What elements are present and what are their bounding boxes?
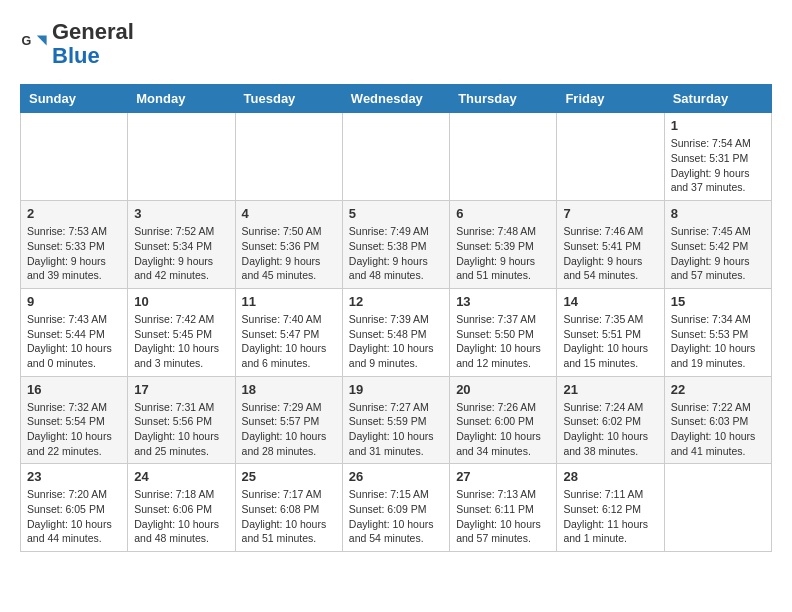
day-number: 11 (242, 294, 336, 309)
day-info: Sunrise: 7:37 AM Sunset: 5:50 PM Dayligh… (456, 312, 550, 371)
column-header-tuesday: Tuesday (235, 85, 342, 113)
day-info: Sunrise: 7:52 AM Sunset: 5:34 PM Dayligh… (134, 224, 228, 283)
day-info: Sunrise: 7:50 AM Sunset: 5:36 PM Dayligh… (242, 224, 336, 283)
day-info: Sunrise: 7:40 AM Sunset: 5:47 PM Dayligh… (242, 312, 336, 371)
calendar-cell: 18Sunrise: 7:29 AM Sunset: 5:57 PM Dayli… (235, 376, 342, 464)
calendar-cell: 11Sunrise: 7:40 AM Sunset: 5:47 PM Dayli… (235, 288, 342, 376)
calendar-cell: 26Sunrise: 7:15 AM Sunset: 6:09 PM Dayli… (342, 464, 449, 552)
calendar-cell: 22Sunrise: 7:22 AM Sunset: 6:03 PM Dayli… (664, 376, 771, 464)
day-number: 28 (563, 469, 657, 484)
day-info: Sunrise: 7:39 AM Sunset: 5:48 PM Dayligh… (349, 312, 443, 371)
calendar-cell: 24Sunrise: 7:18 AM Sunset: 6:06 PM Dayli… (128, 464, 235, 552)
day-number: 18 (242, 382, 336, 397)
day-info: Sunrise: 7:45 AM Sunset: 5:42 PM Dayligh… (671, 224, 765, 283)
day-number: 25 (242, 469, 336, 484)
day-number: 4 (242, 206, 336, 221)
day-number: 21 (563, 382, 657, 397)
day-number: 8 (671, 206, 765, 221)
calendar-week-4: 16Sunrise: 7:32 AM Sunset: 5:54 PM Dayli… (21, 376, 772, 464)
day-number: 3 (134, 206, 228, 221)
calendar-cell: 14Sunrise: 7:35 AM Sunset: 5:51 PM Dayli… (557, 288, 664, 376)
day-number: 6 (456, 206, 550, 221)
day-number: 10 (134, 294, 228, 309)
day-info: Sunrise: 7:32 AM Sunset: 5:54 PM Dayligh… (27, 400, 121, 459)
day-info: Sunrise: 7:15 AM Sunset: 6:09 PM Dayligh… (349, 487, 443, 546)
calendar-cell: 12Sunrise: 7:39 AM Sunset: 5:48 PM Dayli… (342, 288, 449, 376)
day-info: Sunrise: 7:35 AM Sunset: 5:51 PM Dayligh… (563, 312, 657, 371)
calendar-cell: 19Sunrise: 7:27 AM Sunset: 5:59 PM Dayli… (342, 376, 449, 464)
day-info: Sunrise: 7:26 AM Sunset: 6:00 PM Dayligh… (456, 400, 550, 459)
page-header: G GeneralBlue (20, 20, 772, 68)
column-header-monday: Monday (128, 85, 235, 113)
calendar-cell: 2Sunrise: 7:53 AM Sunset: 5:33 PM Daylig… (21, 201, 128, 289)
column-header-friday: Friday (557, 85, 664, 113)
calendar-table: SundayMondayTuesdayWednesdayThursdayFrid… (20, 84, 772, 552)
day-info: Sunrise: 7:11 AM Sunset: 6:12 PM Dayligh… (563, 487, 657, 546)
calendar-cell: 15Sunrise: 7:34 AM Sunset: 5:53 PM Dayli… (664, 288, 771, 376)
day-info: Sunrise: 7:34 AM Sunset: 5:53 PM Dayligh… (671, 312, 765, 371)
calendar-cell: 20Sunrise: 7:26 AM Sunset: 6:00 PM Dayli… (450, 376, 557, 464)
calendar-cell (342, 113, 449, 201)
calendar-week-1: 1Sunrise: 7:54 AM Sunset: 5:31 PM Daylig… (21, 113, 772, 201)
calendar-cell: 1Sunrise: 7:54 AM Sunset: 5:31 PM Daylig… (664, 113, 771, 201)
day-info: Sunrise: 7:49 AM Sunset: 5:38 PM Dayligh… (349, 224, 443, 283)
calendar-cell (664, 464, 771, 552)
logo: G GeneralBlue (20, 20, 134, 68)
calendar-cell: 5Sunrise: 7:49 AM Sunset: 5:38 PM Daylig… (342, 201, 449, 289)
calendar-cell (128, 113, 235, 201)
day-number: 5 (349, 206, 443, 221)
day-info: Sunrise: 7:42 AM Sunset: 5:45 PM Dayligh… (134, 312, 228, 371)
calendar-cell: 4Sunrise: 7:50 AM Sunset: 5:36 PM Daylig… (235, 201, 342, 289)
calendar-cell: 8Sunrise: 7:45 AM Sunset: 5:42 PM Daylig… (664, 201, 771, 289)
day-info: Sunrise: 7:13 AM Sunset: 6:11 PM Dayligh… (456, 487, 550, 546)
day-info: Sunrise: 7:53 AM Sunset: 5:33 PM Dayligh… (27, 224, 121, 283)
day-number: 23 (27, 469, 121, 484)
day-info: Sunrise: 7:31 AM Sunset: 5:56 PM Dayligh… (134, 400, 228, 459)
day-number: 12 (349, 294, 443, 309)
calendar-cell: 7Sunrise: 7:46 AM Sunset: 5:41 PM Daylig… (557, 201, 664, 289)
calendar-cell: 6Sunrise: 7:48 AM Sunset: 5:39 PM Daylig… (450, 201, 557, 289)
day-info: Sunrise: 7:18 AM Sunset: 6:06 PM Dayligh… (134, 487, 228, 546)
day-number: 9 (27, 294, 121, 309)
calendar-week-3: 9Sunrise: 7:43 AM Sunset: 5:44 PM Daylig… (21, 288, 772, 376)
day-info: Sunrise: 7:22 AM Sunset: 6:03 PM Dayligh… (671, 400, 765, 459)
column-header-thursday: Thursday (450, 85, 557, 113)
calendar-cell: 28Sunrise: 7:11 AM Sunset: 6:12 PM Dayli… (557, 464, 664, 552)
day-info: Sunrise: 7:27 AM Sunset: 5:59 PM Dayligh… (349, 400, 443, 459)
day-number: 17 (134, 382, 228, 397)
day-number: 13 (456, 294, 550, 309)
column-header-saturday: Saturday (664, 85, 771, 113)
day-number: 19 (349, 382, 443, 397)
day-info: Sunrise: 7:24 AM Sunset: 6:02 PM Dayligh… (563, 400, 657, 459)
day-info: Sunrise: 7:20 AM Sunset: 6:05 PM Dayligh… (27, 487, 121, 546)
day-info: Sunrise: 7:17 AM Sunset: 6:08 PM Dayligh… (242, 487, 336, 546)
calendar-cell: 16Sunrise: 7:32 AM Sunset: 5:54 PM Dayli… (21, 376, 128, 464)
day-info: Sunrise: 7:46 AM Sunset: 5:41 PM Dayligh… (563, 224, 657, 283)
calendar-header-row: SundayMondayTuesdayWednesdayThursdayFrid… (21, 85, 772, 113)
day-info: Sunrise: 7:29 AM Sunset: 5:57 PM Dayligh… (242, 400, 336, 459)
column-header-sunday: Sunday (21, 85, 128, 113)
day-number: 20 (456, 382, 550, 397)
calendar-cell: 17Sunrise: 7:31 AM Sunset: 5:56 PM Dayli… (128, 376, 235, 464)
day-number: 1 (671, 118, 765, 133)
calendar-cell (450, 113, 557, 201)
calendar-cell: 13Sunrise: 7:37 AM Sunset: 5:50 PM Dayli… (450, 288, 557, 376)
calendar-cell: 9Sunrise: 7:43 AM Sunset: 5:44 PM Daylig… (21, 288, 128, 376)
svg-text:G: G (21, 35, 31, 49)
calendar-week-2: 2Sunrise: 7:53 AM Sunset: 5:33 PM Daylig… (21, 201, 772, 289)
calendar-cell (557, 113, 664, 201)
day-number: 22 (671, 382, 765, 397)
calendar-cell: 10Sunrise: 7:42 AM Sunset: 5:45 PM Dayli… (128, 288, 235, 376)
day-info: Sunrise: 7:43 AM Sunset: 5:44 PM Dayligh… (27, 312, 121, 371)
calendar-cell: 23Sunrise: 7:20 AM Sunset: 6:05 PM Dayli… (21, 464, 128, 552)
day-number: 26 (349, 469, 443, 484)
day-number: 7 (563, 206, 657, 221)
logo-icon: G (20, 30, 48, 58)
day-info: Sunrise: 7:54 AM Sunset: 5:31 PM Dayligh… (671, 136, 765, 195)
calendar-cell (235, 113, 342, 201)
day-info: Sunrise: 7:48 AM Sunset: 5:39 PM Dayligh… (456, 224, 550, 283)
logo-text: GeneralBlue (52, 20, 134, 68)
day-number: 16 (27, 382, 121, 397)
day-number: 14 (563, 294, 657, 309)
calendar-cell: 21Sunrise: 7:24 AM Sunset: 6:02 PM Dayli… (557, 376, 664, 464)
